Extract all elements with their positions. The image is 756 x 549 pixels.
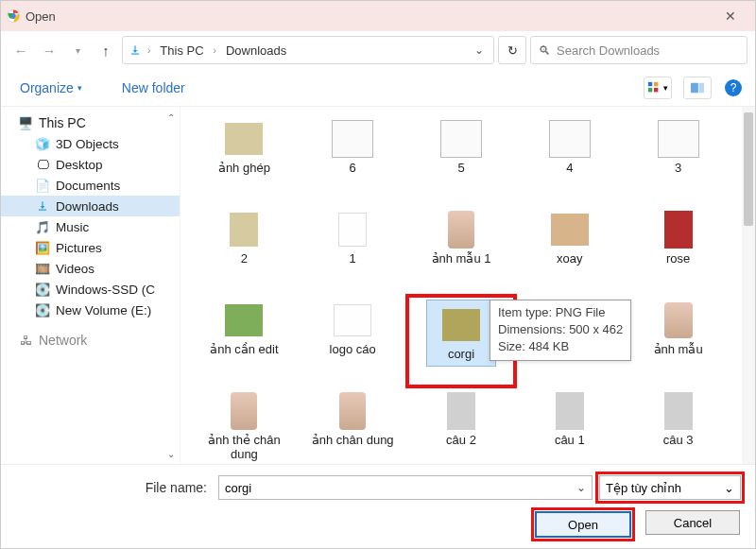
- downloads-icon: [129, 43, 142, 57]
- chevron-down-icon[interactable]: ⌄: [576, 481, 586, 494]
- sidebar-item-videos[interactable]: 🎞️Videos: [1, 258, 180, 279]
- organize-button[interactable]: Organize ▾: [14, 77, 88, 99]
- back-button[interactable]: ←: [9, 38, 33, 62]
- filename-input[interactable]: corgi ⌄: [218, 475, 593, 500]
- file-item[interactable]: 3: [624, 114, 732, 205]
- preview-pane-button[interactable]: [683, 77, 712, 99]
- cancel-button[interactable]: Cancel: [645, 510, 740, 535]
- network-icon: 🖧: [18, 333, 33, 348]
- file-tooltip: Item type: PNG File Dimensions: 500 x 46…: [490, 300, 631, 361]
- help-button[interactable]: ?: [725, 79, 742, 96]
- search-input[interactable]: 🔍︎ Search Downloads: [530, 36, 747, 64]
- desktop-icon: 🖵: [35, 157, 50, 172]
- file-grid: ảnh ghép 6 5 4 3 2 1 ảnh mẫu 1 xoay rose…: [180, 107, 742, 464]
- filename-label: File name:: [14, 480, 213, 495]
- file-item[interactable]: ảnh mẫu: [624, 296, 732, 386]
- sidebar-scroll-up[interactable]: ⌃: [164, 111, 178, 124]
- chrome-icon: [7, 9, 20, 23]
- sidebar: ⌃ 🖥️ This PC 🧊3D Objects 🖵Desktop 📄Docum…: [1, 107, 180, 464]
- search-placeholder: Search Downloads: [557, 43, 660, 58]
- file-item[interactable]: 6: [299, 114, 407, 205]
- svg-rect-5: [648, 88, 652, 92]
- file-item[interactable]: câu 1: [515, 386, 624, 464]
- forward-button[interactable]: →: [37, 38, 61, 62]
- svg-rect-8: [699, 82, 704, 93]
- sidebar-item-network[interactable]: 🖧Network: [1, 330, 180, 351]
- sidebar-item-3dobjects[interactable]: 🧊3D Objects: [1, 133, 180, 154]
- newfolder-button[interactable]: New folder: [116, 77, 191, 99]
- address-bar[interactable]: › This PC › Downloads ⌄: [122, 36, 494, 64]
- file-item[interactable]: ảnh cần edit: [190, 296, 299, 386]
- file-item[interactable]: rose: [624, 205, 732, 296]
- scrollbar-thumb[interactable]: [744, 112, 753, 226]
- vertical-scrollbar[interactable]: [742, 107, 755, 464]
- sidebar-item-pictures[interactable]: 🖼️Pictures: [1, 237, 180, 258]
- sidebar-item-desktop[interactable]: 🖵Desktop: [1, 154, 180, 175]
- svg-rect-6: [654, 88, 658, 92]
- open-button[interactable]: Open: [536, 512, 630, 537]
- footer: File name: corgi ⌄ Tệp tùy chỉnh ⌄ Open …: [1, 464, 755, 548]
- sidebar-item-drive-c[interactable]: 💽Windows-SSD (C: [1, 279, 180, 300]
- close-button[interactable]: ✕: [712, 9, 749, 24]
- file-item[interactable]: xoay: [515, 205, 624, 296]
- file-item[interactable]: ảnh chân dung: [299, 386, 407, 464]
- svg-rect-4: [654, 81, 658, 85]
- file-item[interactable]: 4: [515, 114, 624, 205]
- file-item[interactable]: logo cáo: [299, 296, 407, 386]
- file-item[interactable]: ảnh thẻ chân dung: [190, 386, 299, 464]
- cube-icon: 🧊: [35, 136, 50, 151]
- up-button[interactable]: ↑: [94, 38, 118, 62]
- svg-rect-9: [39, 210, 46, 211]
- file-item[interactable]: ảnh ghép: [190, 114, 299, 205]
- downloads-icon: [35, 198, 50, 214]
- sidebar-item-documents[interactable]: 📄Documents: [1, 175, 180, 196]
- sidebar-item-downloads[interactable]: Downloads: [1, 196, 180, 216]
- drive-icon: 💽: [35, 282, 50, 297]
- body: ⌃ 🖥️ This PC 🧊3D Objects 🖵Desktop 📄Docum…: [1, 107, 755, 464]
- drive-icon: 💽: [35, 302, 50, 317]
- chevron-down-icon[interactable]: ⌄: [724, 481, 734, 495]
- pictures-icon: 🖼️: [35, 240, 50, 255]
- file-item[interactable]: 5: [407, 114, 516, 205]
- open-dialog: Open ✕ ← → ▾ ↑ › This PC › Downloads ⌄ ↻…: [0, 0, 756, 549]
- pc-icon: 🖥️: [18, 115, 33, 130]
- sidebar-item-thispc[interactable]: 🖥️ This PC: [1, 112, 180, 133]
- chevron-right-icon: ›: [147, 45, 150, 56]
- file-item[interactable]: ảnh mẫu 1: [407, 205, 516, 296]
- filetype-select[interactable]: Tệp tùy chỉnh ⌄: [599, 475, 741, 500]
- file-item[interactable]: câu 3: [624, 386, 732, 464]
- svg-rect-7: [691, 82, 698, 93]
- file-item[interactable]: 1: [299, 205, 407, 296]
- sidebar-item-drive-e[interactable]: 💽New Volume (E:): [1, 300, 180, 320]
- document-icon: 📄: [35, 178, 50, 193]
- address-dropdown[interactable]: ⌄: [474, 43, 488, 57]
- titlebar: Open ✕: [1, 1, 755, 31]
- breadcrumb-seg-0[interactable]: This PC: [156, 42, 207, 60]
- file-area: ảnh ghép 6 5 4 3 2 1 ảnh mẫu 1 xoay rose…: [180, 107, 755, 464]
- view-mode-button[interactable]: ▾: [644, 77, 672, 99]
- music-icon: 🎵: [35, 219, 50, 234]
- file-item[interactable]: câu 2: [407, 386, 516, 464]
- search-icon: 🔍︎: [539, 43, 551, 58]
- sidebar-scroll-down[interactable]: ⌄: [164, 447, 178, 460]
- chevron-right-icon: ›: [214, 45, 216, 56]
- nav-row: ← → ▾ ↑ › This PC › Downloads ⌄ ↻ 🔍︎ Sea…: [1, 31, 755, 69]
- refresh-button[interactable]: ↻: [498, 36, 526, 64]
- svg-rect-3: [648, 81, 652, 85]
- breadcrumb-seg-1[interactable]: Downloads: [222, 42, 290, 60]
- file-item[interactable]: 2: [190, 205, 299, 296]
- videos-icon: 🎞️: [35, 261, 50, 276]
- window-title: Open: [26, 9, 56, 24]
- svg-rect-2: [131, 54, 139, 55]
- sidebar-item-music[interactable]: 🎵Music: [1, 216, 180, 237]
- recent-dropdown[interactable]: ▾: [65, 38, 90, 62]
- toolbar: Organize ▾ New folder ▾ ?: [1, 69, 755, 107]
